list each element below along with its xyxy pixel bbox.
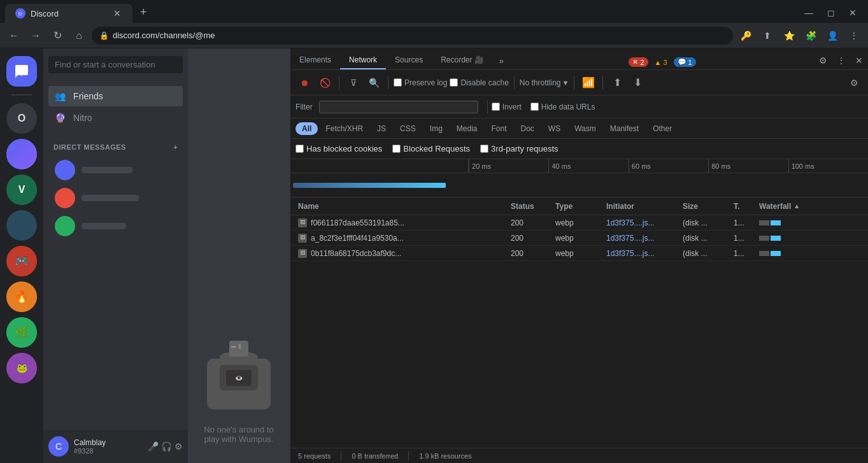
requests-count: 5 requests	[298, 452, 331, 460]
menu-button[interactable]: ⋮	[845, 27, 863, 45]
devtools-close-button[interactable]: ✕	[850, 52, 868, 69]
th-size[interactable]: Size	[678, 202, 729, 211]
server-icon-6[interactable]: 🐸	[6, 353, 37, 383]
dm-add-button[interactable]: +	[173, 143, 178, 151]
record-button[interactable]: ⏺	[295, 74, 313, 92]
th-waterfall[interactable]: Waterfall ▲	[754, 202, 865, 211]
type-btn-font[interactable]: Font	[485, 122, 513, 135]
throttle-control[interactable]: No throttling ▼	[520, 78, 569, 87]
type-btn-media[interactable]: Media	[450, 122, 484, 135]
blocked-cookies-checkbox[interactable]: Has blocked cookies	[295, 144, 382, 153]
tab-network[interactable]: Network	[340, 52, 386, 69]
download-button[interactable]: ⬇	[629, 74, 646, 92]
th-name[interactable]: Name	[293, 202, 506, 211]
user-settings-button[interactable]: ⚙	[174, 441, 183, 452]
search-icon-button[interactable]: 🔍	[365, 74, 383, 92]
blocked-cookies-input[interactable]	[295, 145, 304, 153]
address-bar[interactable]: 🔒 discord.com/channels/@me	[92, 27, 733, 45]
maximize-button[interactable]: ◻	[821, 5, 841, 20]
server-icon-4[interactable]: 🔥	[6, 281, 37, 312]
invert-checkbox[interactable]: Invert	[492, 103, 522, 111]
preserve-log-checkbox[interactable]: Preserve log	[394, 78, 447, 87]
devtools-menu-button[interactable]: ⋮	[832, 52, 850, 69]
toolbar-separator-2	[388, 76, 388, 89]
filter-input[interactable]	[319, 101, 478, 113]
server-icon-o[interactable]: O	[6, 103, 37, 134]
tick-60ms: 60 ms	[629, 159, 708, 173]
type-btn-css[interactable]: CSS	[394, 122, 422, 135]
server-icon-1[interactable]	[6, 139, 37, 169]
star-button[interactable]: ⭐	[780, 27, 798, 45]
server-icon-2[interactable]	[6, 210, 37, 241]
active-tab[interactable]: D Discord ✕	[5, 4, 132, 23]
wifi-icon-button[interactable]: 📶	[580, 74, 597, 92]
tab-sources[interactable]: Sources	[386, 52, 432, 69]
back-button[interactable]: ←	[5, 27, 23, 45]
type-btn-ws[interactable]: WS	[542, 122, 567, 135]
type-btn-all[interactable]: All	[295, 122, 318, 135]
devtools-controls: ⚙ ⋮ ✕	[815, 52, 868, 69]
type-btn-wasm[interactable]: Wasm	[568, 122, 602, 135]
th-time[interactable]: T.	[729, 202, 754, 211]
type-btn-doc[interactable]: Doc	[515, 122, 541, 135]
status-sep-1	[341, 452, 341, 460]
forward-button[interactable]: →	[27, 27, 45, 45]
upload-button[interactable]: ⬆	[608, 74, 626, 92]
type-btn-img[interactable]: Img	[423, 122, 449, 135]
type-btn-manifest[interactable]: Manifest	[604, 122, 645, 135]
dm-item-1[interactable]	[48, 156, 183, 184]
wumpus-body: 👁️	[207, 359, 271, 410]
blocked-requests-input[interactable]	[392, 145, 401, 153]
preserve-log-input[interactable]	[394, 78, 402, 87]
profile-button[interactable]: 👤	[823, 27, 841, 45]
th-initiator[interactable]: Initiator	[601, 202, 678, 211]
toolbar-settings-button[interactable]: ⚙	[845, 74, 863, 92]
tab-close-button[interactable]: ✕	[112, 8, 122, 18]
dm-item-2[interactable]	[48, 184, 183, 212]
blocked-requests-checkbox[interactable]: Blocked Requests	[392, 144, 470, 153]
nitro-nav-item[interactable]: 🔮 Nitro	[48, 108, 183, 128]
third-party-checkbox[interactable]: 3rd-party requests	[480, 144, 559, 153]
server-icon-3[interactable]: 🎮	[6, 246, 37, 276]
discord-home-icon[interactable]	[6, 56, 37, 87]
third-party-input[interactable]	[480, 145, 488, 153]
microphone-button[interactable]: 🎤	[148, 441, 159, 452]
td-size-1: (disk ...	[678, 218, 729, 227]
dm-item-3[interactable]	[48, 212, 183, 240]
headset-button[interactable]: 🎧	[161, 441, 172, 452]
invert-input[interactable]	[492, 103, 500, 111]
server-icon-v[interactable]: V	[6, 175, 37, 205]
th-status[interactable]: Status	[506, 202, 550, 211]
lock-icon: 🔒	[99, 31, 109, 40]
tab-elements[interactable]: Elements	[290, 52, 340, 69]
close-button[interactable]: ✕	[843, 5, 863, 20]
hide-data-urls-checkbox[interactable]: Hide data URLs	[530, 103, 595, 111]
filter-icon-button[interactable]: ⊽	[345, 74, 362, 92]
tab-recorder[interactable]: Recorder 🎥	[432, 52, 493, 69]
type-btn-fetch-xhr[interactable]: Fetch/XHR	[319, 122, 369, 135]
refresh-button[interactable]: ↻	[48, 27, 66, 45]
devtools-settings-button[interactable]: ⚙	[815, 52, 832, 69]
new-tab-button[interactable]: +	[132, 2, 155, 23]
table-row[interactable]: 🖼 a_8c2f3e1fff04f41a9530a... 200 webp 1d…	[290, 231, 868, 246]
table-row[interactable]: 🖼 0b11f8a68175dcb3af9dc... 200 webp 1d3f…	[290, 246, 868, 261]
home-button[interactable]: ⌂	[70, 27, 88, 45]
server-icon-5[interactable]: 🌿	[6, 317, 37, 348]
disable-cache-input[interactable]	[450, 78, 458, 87]
th-type[interactable]: Type	[550, 202, 601, 211]
share-button[interactable]: ⬆	[758, 27, 776, 45]
search-bar[interactable]: Find or start a conversation	[48, 56, 183, 73]
tab-more-button[interactable]: »	[493, 52, 510, 69]
clear-button[interactable]: 🚫	[316, 74, 334, 92]
bookmarks-button[interactable]: 🔑	[737, 27, 755, 45]
type-btn-other[interactable]: Other	[646, 122, 678, 135]
type-btn-js[interactable]: JS	[371, 122, 392, 135]
disable-cache-checkbox[interactable]: Disable cache	[450, 78, 508, 87]
hide-data-urls-input[interactable]	[530, 103, 539, 111]
main-content: O V 🎮 🔥 🌿 🐸	[0, 48, 868, 463]
minimize-button[interactable]: —	[798, 5, 820, 20]
extensions-button[interactable]: 🧩	[802, 27, 820, 45]
friends-nav-item[interactable]: 👥 Friends	[48, 86, 183, 106]
table-row[interactable]: 🖼 f0661187daae553191a85... 200 webp 1d3f…	[290, 215, 868, 231]
tick-80ms: 80 ms	[708, 159, 788, 173]
